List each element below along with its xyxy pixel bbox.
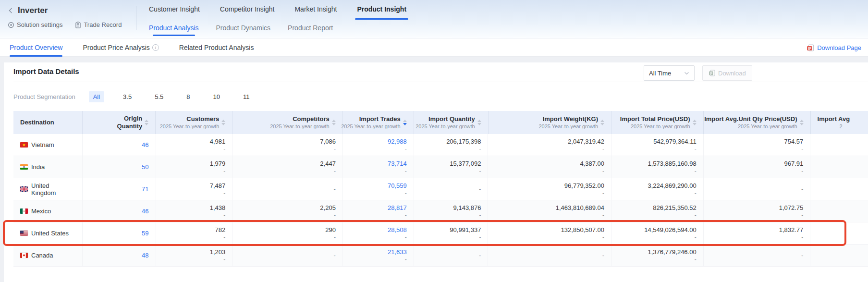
- empty-value: -: [479, 251, 481, 259]
- cell-import_avg_unit_qty_price: -: [704, 245, 811, 266]
- sort-desc-icon[interactable]: [693, 123, 697, 125]
- segment-option-11[interactable]: 11: [239, 91, 254, 102]
- column-title: Import Weight(KG): [538, 115, 598, 123]
- growth-value: -: [479, 168, 481, 175]
- sort-desc-icon[interactable]: [403, 123, 407, 125]
- cell-import_weight: 2,047,319.42-: [488, 134, 611, 156]
- empty-value: -: [479, 185, 481, 193]
- cell-customers: 4,981-: [156, 134, 233, 156]
- sort-asc-icon[interactable]: [332, 120, 336, 122]
- import_trades-value[interactable]: 28,508: [388, 226, 407, 234]
- import_weight-value: 4,387.00: [580, 159, 604, 168]
- segment-option-3-5[interactable]: 3.5: [119, 91, 136, 102]
- sort-asc-icon[interactable]: [145, 120, 148, 122]
- sort-arrows[interactable]: [145, 120, 148, 125]
- cell-clipped: [810, 178, 868, 200]
- sort-desc-icon[interactable]: [221, 123, 225, 125]
- import_weight-value: 2,047,319.42: [568, 137, 604, 146]
- import_trades-value[interactable]: 70,559: [388, 182, 407, 190]
- cell-origin_quantity: 48: [83, 245, 156, 266]
- sort-desc-icon[interactable]: [145, 123, 148, 125]
- origin_quantity-value[interactable]: 71: [142, 185, 148, 193]
- column-subtitle: 2025 Year-to-year growth: [416, 123, 475, 130]
- tab-product-report[interactable]: Product Report: [288, 20, 333, 38]
- growth-value: -: [695, 234, 697, 241]
- sort-arrows[interactable]: [600, 120, 604, 125]
- column-header-import_avg_unit_qty_price[interactable]: Import Avg.Unit Qty Price(USD)2025 Year-…: [704, 111, 811, 134]
- growth-value: -: [801, 234, 803, 241]
- tab-product-analysis[interactable]: Product Analysis: [149, 20, 199, 38]
- tab-product-overview[interactable]: Product Overview: [10, 38, 62, 57]
- growth-value: -: [479, 146, 481, 153]
- sort-desc-icon[interactable]: [332, 123, 336, 125]
- cell-customers: 7,487-: [156, 178, 233, 200]
- tab-product-dynamics[interactable]: Product Dynamics: [216, 20, 271, 38]
- import_trades-value[interactable]: 73,714: [388, 159, 407, 168]
- import_total_price-value: 1,376,779,246.00: [648, 248, 696, 256]
- import_total_price-value: 542,979,364.11: [653, 137, 696, 146]
- cell-destination: Mexico: [13, 200, 83, 222]
- column-header-import_weight[interactable]: Import Weight(KG)2025 Year-to-year growt…: [489, 111, 611, 134]
- column-title: Competitors: [270, 115, 330, 123]
- growth-value: -: [695, 212, 697, 219]
- sort-asc-icon[interactable]: [800, 120, 804, 122]
- back-button[interactable]: [8, 7, 13, 14]
- sort-desc-icon[interactable]: [800, 123, 804, 125]
- import_quantity-value: 9,143,876: [453, 204, 481, 212]
- origin_quantity-value[interactable]: 46: [142, 207, 148, 215]
- segment-option-all[interactable]: All: [89, 91, 104, 102]
- import_weight-value: 132,850,507.00: [561, 226, 604, 234]
- import_trades-value[interactable]: 28,817: [388, 204, 407, 212]
- sort-desc-icon[interactable]: [600, 123, 604, 125]
- column-header-customers[interactable]: Customers2025 Year-to-year growth: [156, 111, 232, 134]
- sort-arrows[interactable]: [221, 120, 225, 125]
- tab-product-insight[interactable]: Product Insight: [357, 0, 406, 20]
- growth-value: -: [223, 256, 225, 263]
- cell-import_total_price: 542,979,364.11-: [611, 134, 704, 156]
- sort-arrows[interactable]: [800, 120, 804, 125]
- sort-arrows[interactable]: [693, 120, 697, 125]
- column-header-import_trades[interactable]: Import Trades2025 Year-to-year growth: [343, 111, 414, 134]
- tab-customer-insight[interactable]: Customer Insight: [149, 0, 200, 20]
- import_trades-value[interactable]: 92,988: [388, 137, 407, 146]
- table-body: Vietnam464,981-7,086-92,988-206,175,398-…: [13, 134, 868, 267]
- sort-asc-icon[interactable]: [600, 120, 604, 122]
- column-header-import_quantity[interactable]: Import Quantity2025 Year-to-year growth: [414, 111, 489, 134]
- download-page-button[interactable]: Download Page: [807, 38, 861, 57]
- tab-product-price-analysis[interactable]: Product Price Analysis i: [83, 38, 159, 57]
- tab-related-product-analysis[interactable]: Related Product Analysis: [179, 38, 254, 57]
- sort-asc-icon[interactable]: [477, 120, 481, 122]
- tab-market-insight[interactable]: Market Insight: [294, 0, 337, 20]
- sort-arrows[interactable]: [477, 120, 481, 125]
- origin_quantity-value[interactable]: 50: [142, 163, 148, 171]
- origin_quantity-value[interactable]: 48: [142, 251, 148, 259]
- cell-destination: United Kingdom: [13, 178, 83, 200]
- column-header-import_total_price[interactable]: Import Total Price(USD)2025 Year-to-year…: [611, 111, 704, 134]
- chevron-down-icon: [684, 72, 689, 75]
- import_total_price-value: 1,573,885,160.98: [648, 159, 696, 168]
- tab-competitor-insight[interactable]: Competitor Insight: [220, 0, 275, 20]
- segment-option-8[interactable]: 8: [182, 91, 194, 102]
- cell-import_trades: 28,817-: [343, 200, 414, 222]
- cell-import_trades: 21,633-: [343, 245, 414, 266]
- cell-destination: United States: [13, 222, 83, 244]
- time-filter-select[interactable]: All Time: [644, 65, 695, 81]
- solution-settings-link[interactable]: Solution settings: [8, 21, 62, 28]
- sort-asc-icon[interactable]: [403, 120, 407, 122]
- column-header-origin_quantity[interactable]: OriginQuantity: [83, 111, 156, 134]
- segment-option-10[interactable]: 10: [208, 91, 224, 102]
- table-row-united-states: United States59782-290-28,508-90,991,337…: [13, 222, 868, 245]
- segment-option-5-5[interactable]: 5.5: [150, 91, 168, 102]
- sort-desc-icon[interactable]: [477, 123, 481, 125]
- sort-asc-icon[interactable]: [221, 120, 225, 122]
- sort-arrows[interactable]: [403, 120, 407, 125]
- sort-asc-icon[interactable]: [693, 120, 697, 122]
- download-button[interactable]: Download: [702, 65, 752, 81]
- table-row-vietnam: Vietnam464,981-7,086-92,988-206,175,398-…: [13, 134, 868, 156]
- sort-arrows[interactable]: [332, 120, 336, 125]
- import_trades-value[interactable]: 21,633: [388, 248, 407, 256]
- column-header-competitors[interactable]: Competitors2025 Year-to-year growth: [232, 111, 342, 134]
- trade-record-link[interactable]: Trade Record: [75, 21, 122, 28]
- origin_quantity-value[interactable]: 46: [142, 141, 148, 149]
- origin_quantity-value[interactable]: 59: [142, 229, 148, 237]
